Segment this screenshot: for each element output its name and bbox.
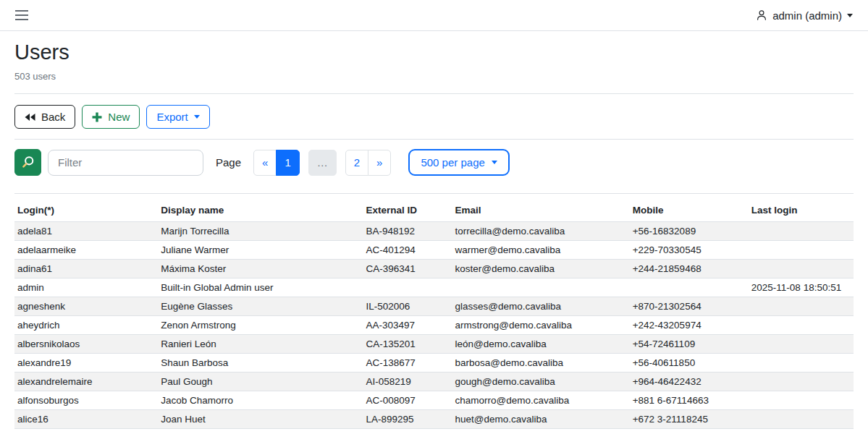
pagination: «1…2» xyxy=(253,150,391,176)
table-row[interactable]: agneshenkEugène GlassesIL-502006glasses@… xyxy=(14,297,854,316)
cell-login: albersnikolaos xyxy=(14,335,158,354)
search-button[interactable] xyxy=(14,149,41,176)
page-label: Page xyxy=(216,156,241,169)
cell-login: alfonsoburgos xyxy=(14,391,158,410)
caret-down-icon xyxy=(847,14,853,17)
cell-external-id: AC-008097 xyxy=(363,391,452,410)
cell-display-name: Built-in Global Admin user xyxy=(158,278,363,297)
per-page-dropdown[interactable]: 500 per page xyxy=(408,149,509,176)
cell-login: alexandre19 xyxy=(14,354,158,373)
table-row[interactable]: aheydrichZenon ArmstrongAA-303497armstro… xyxy=(14,316,854,335)
cell-last-login xyxy=(749,391,854,410)
table-row[interactable]: alexandre19Shaun BarbosaAC-138677barbosa… xyxy=(14,354,854,373)
cell-external-id: AI-058219 xyxy=(363,373,452,391)
export-button[interactable]: Export xyxy=(146,105,209,129)
cell-email: glasses@demo.cavaliba xyxy=(452,297,629,316)
cell-mobile: +964-46422432 xyxy=(630,373,749,391)
toolbar: Back New Export xyxy=(14,105,854,129)
cell-display-name: Eugène Glasses xyxy=(158,297,363,316)
cell-mobile: +244-21859468 xyxy=(630,260,749,278)
page-button-prev[interactable]: « xyxy=(253,150,277,176)
new-label: New xyxy=(108,109,130,124)
column-header-mobile: Mobile xyxy=(630,199,749,222)
cell-external-id: AA-303497 xyxy=(363,316,452,335)
table-row[interactable]: adminBuilt-in Global Admin user2025-11-0… xyxy=(14,278,854,297)
table-row[interactable]: alfonsoburgosJacob ChamorroAC-008097cham… xyxy=(14,391,854,410)
cell-display-name: Máxima Koster xyxy=(158,260,363,278)
cell-email: barbosa@demo.cavaliba xyxy=(452,354,629,373)
cell-last-login xyxy=(749,316,854,335)
page-title: Users xyxy=(14,41,854,64)
cell-external-id: AC-138677 xyxy=(363,354,452,373)
cell-last-login: 2025-11-08 18:50:51 xyxy=(749,278,854,297)
cell-email: león@demo.cavaliba xyxy=(452,335,629,354)
table-row[interactable]: alice16Joan HuetLA-899295huet@demo.caval… xyxy=(14,410,854,429)
page-button-ellipsis: … xyxy=(308,150,337,176)
cell-display-name: Jacob Chamorro xyxy=(158,391,363,410)
cell-display-name: Ranieri León xyxy=(158,335,363,354)
users-table: Login(*)Display nameExternal IDEmailMobi… xyxy=(14,199,854,429)
cell-mobile: +881 6-67114663 xyxy=(630,391,749,410)
cell-email: gough@demo.cavaliba xyxy=(452,373,629,391)
column-header-email: Email xyxy=(452,199,629,222)
cell-email: warmer@demo.cavaliba xyxy=(452,241,629,260)
cell-display-name: Paul Gough xyxy=(158,373,363,391)
divider xyxy=(14,139,854,140)
user-label: admin (admin) xyxy=(772,9,842,22)
page-button-1[interactable]: 1 xyxy=(276,150,299,176)
table-row[interactable]: adina61Máxima KosterCA-396341koster@demo… xyxy=(14,260,854,278)
cell-mobile: +54-72461109 xyxy=(630,335,749,354)
page-button-next[interactable]: » xyxy=(368,150,391,176)
cell-email: armstrong@demo.cavaliba xyxy=(452,316,629,335)
magnifier-icon xyxy=(21,156,35,169)
column-header-last-login: Last login xyxy=(749,199,854,222)
rewind-icon xyxy=(25,113,35,122)
cell-last-login xyxy=(749,241,854,260)
cell-login: adina61 xyxy=(14,260,158,278)
hamburger-menu-icon[interactable] xyxy=(15,9,28,22)
cell-external-id: IL-502006 xyxy=(363,297,452,316)
cell-login: aheydrich xyxy=(14,316,158,335)
cell-external-id: CA-396341 xyxy=(363,260,452,278)
users-table-body: adela81Marijn TorrecillaBA-948192torreci… xyxy=(14,222,854,429)
cell-login: admin xyxy=(14,278,158,297)
page-button-2[interactable]: 2 xyxy=(345,150,368,176)
cell-mobile: +870-21302564 xyxy=(630,297,749,316)
cell-last-login xyxy=(749,335,854,354)
user-menu[interactable]: admin (admin) xyxy=(756,9,853,22)
filter-row: Page «1…2» 500 per page xyxy=(14,149,854,176)
cell-login: adelaarmeike xyxy=(14,241,158,260)
cell-email: chamorro@demo.cavaliba xyxy=(452,391,629,410)
column-header-login: Login(*) xyxy=(14,199,158,222)
cell-login: alexandrelemaire xyxy=(14,373,158,391)
cell-last-login xyxy=(749,410,854,429)
cell-external-id: CA-135201 xyxy=(363,335,452,354)
column-header-display-name: Display name xyxy=(158,199,363,222)
cell-email: koster@demo.cavaliba xyxy=(452,260,629,278)
cell-external-id: AC-401294 xyxy=(363,241,452,260)
cell-external-id xyxy=(363,278,452,297)
cell-last-login xyxy=(749,297,854,316)
cell-login: agneshenk xyxy=(14,297,158,316)
caret-down-icon xyxy=(194,115,200,119)
divider xyxy=(14,193,854,194)
table-row[interactable]: albersnikolaosRanieri LeónCA-135201león@… xyxy=(14,335,854,354)
export-label: Export xyxy=(156,109,187,124)
table-row[interactable]: adelaarmeikeJuliane WarmerAC-401294warme… xyxy=(14,241,854,260)
table-row[interactable]: alexandrelemairePaul GoughAI-058219gough… xyxy=(14,373,854,391)
back-button[interactable]: Back xyxy=(14,105,75,129)
user-count: 503 users xyxy=(14,71,854,82)
cell-last-login xyxy=(749,260,854,278)
filter-input[interactable] xyxy=(48,150,203,176)
table-row[interactable]: adela81Marijn TorrecillaBA-948192torreci… xyxy=(14,222,854,241)
cell-email xyxy=(452,278,629,297)
cell-display-name: Marijn Torrecilla xyxy=(158,222,363,241)
plus-icon xyxy=(92,112,102,122)
new-button[interactable]: New xyxy=(82,105,140,129)
cell-mobile xyxy=(630,278,749,297)
cell-external-id: LA-899295 xyxy=(363,410,452,429)
per-page-label: 500 per page xyxy=(421,156,484,169)
cell-last-login xyxy=(749,222,854,241)
column-header-external-id: External ID xyxy=(363,199,452,222)
person-icon xyxy=(756,9,767,21)
